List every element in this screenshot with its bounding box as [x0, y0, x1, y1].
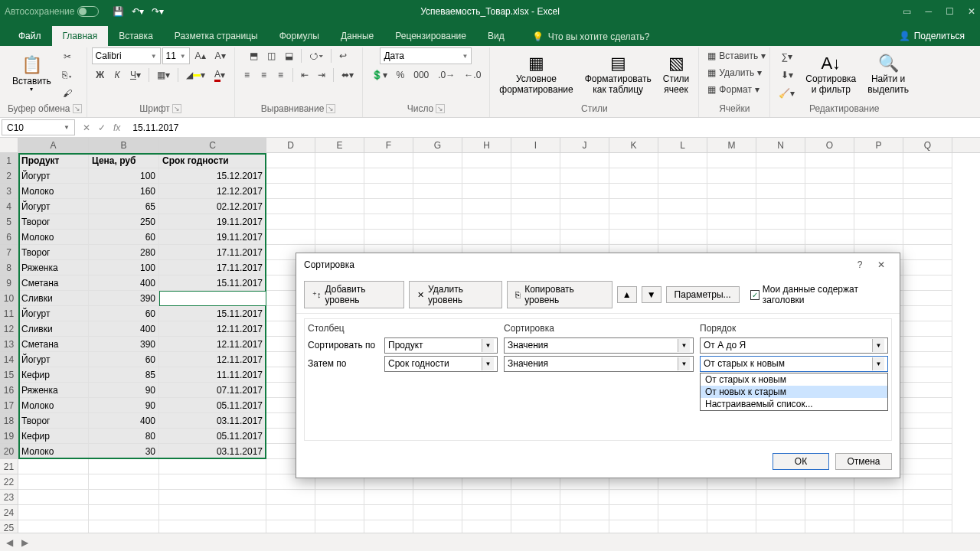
decrease-decimal-button[interactable]: ←.0 — [460, 67, 485, 83]
cell-E5[interactable] — [315, 214, 364, 230]
cell-N1[interactable] — [756, 153, 805, 168]
column-header-O[interactable]: O — [805, 138, 854, 152]
cell-P1[interactable] — [854, 153, 903, 168]
currency-button[interactable]: 💲▾ — [368, 67, 391, 83]
cell-H23[interactable] — [462, 490, 511, 505]
column-header-G[interactable]: G — [413, 138, 462, 152]
font-dialog-launcher[interactable]: ↘ — [172, 104, 181, 113]
cell-F1[interactable] — [364, 153, 413, 168]
cell-P6[interactable] — [854, 230, 903, 245]
cell-I2[interactable] — [511, 168, 560, 184]
cell-J6[interactable] — [560, 230, 609, 245]
cell-B18[interactable]: 400 — [89, 413, 159, 429]
row-header-12[interactable]: 12 — [0, 321, 18, 337]
row-header-7[interactable]: 7 — [0, 245, 18, 260]
cell-E24[interactable] — [315, 505, 364, 520]
cell-C18[interactable]: 03.11.2017 — [159, 413, 266, 429]
cell-E23[interactable] — [315, 490, 364, 505]
cell-C17[interactable]: 05.11.2017 — [159, 398, 266, 413]
cell-C7[interactable]: 17.11.2017 — [159, 245, 266, 260]
row-header-11[interactable]: 11 — [0, 306, 18, 321]
increase-indent-button[interactable]: ⇥ — [314, 67, 329, 83]
sheet-nav[interactable]: ◀ ▶ — [6, 537, 31, 548]
cell-Q11[interactable] — [903, 306, 952, 321]
cell-A24[interactable] — [18, 505, 89, 520]
number-dialog-launcher[interactable]: ↘ — [436, 104, 445, 113]
cancel-button[interactable]: Отмена — [835, 453, 892, 470]
cell-G5[interactable] — [413, 214, 462, 230]
cell-J3[interactable] — [560, 184, 609, 199]
column-header-F[interactable]: F — [364, 138, 413, 152]
format-cells-button[interactable]: ▦ Формат ▾ — [704, 81, 765, 98]
cell-H4[interactable] — [462, 199, 511, 214]
cell-C12[interactable]: 12.11.2017 — [159, 321, 266, 337]
cell-H24[interactable] — [462, 505, 511, 520]
fill-button[interactable]: ⬇▾ — [775, 67, 799, 83]
row-header-17[interactable]: 17 — [0, 398, 18, 413]
autosum-button[interactable]: ∑▾ — [775, 48, 799, 65]
cell-P23[interactable] — [854, 490, 903, 505]
column-header-N[interactable]: N — [756, 138, 805, 152]
cell-A7[interactable]: Творог — [18, 245, 89, 260]
cell-Q7[interactable] — [903, 245, 952, 260]
column-header-D[interactable]: D — [266, 138, 315, 152]
cell-C6[interactable]: 19.11.2017 — [159, 230, 266, 245]
cut-button[interactable]: ✂ — [58, 48, 77, 65]
cell-A8[interactable]: Ряженка — [18, 260, 89, 276]
cell-M2[interactable] — [707, 168, 756, 184]
cell-C10[interactable]: 15.11.2017 — [159, 291, 266, 306]
cell-B13[interactable]: 390 — [89, 337, 159, 352]
copy-button[interactable]: ⎘▾ — [58, 67, 77, 83]
tab-formulas[interactable]: Формулы — [269, 26, 330, 46]
cell-B15[interactable]: 85 — [89, 367, 159, 383]
name-box[interactable]: C10▼ — [2, 119, 75, 135]
decrease-font-button[interactable]: A▾ — [211, 47, 230, 64]
cell-F3[interactable] — [364, 184, 413, 199]
cell-Q20[interactable] — [903, 444, 952, 459]
font-size-combo[interactable]: 11▼ — [162, 47, 190, 64]
share-button[interactable]: 👤 Поделиться — [891, 26, 972, 46]
clear-button[interactable]: 🧹▾ — [775, 85, 799, 102]
comma-button[interactable]: 000 — [410, 67, 433, 83]
cell-P24[interactable] — [854, 505, 903, 520]
tell-me[interactable]: 💡 Что вы хотите сделать? — [526, 28, 656, 46]
column-header-P[interactable]: P — [854, 138, 903, 152]
cell-I3[interactable] — [511, 184, 560, 199]
cell-K24[interactable] — [609, 505, 658, 520]
column-header-A[interactable]: A — [18, 138, 89, 152]
cell-I4[interactable] — [511, 199, 560, 214]
cell-K2[interactable] — [609, 168, 658, 184]
cell-L24[interactable] — [658, 505, 707, 520]
cell-A15[interactable]: Кефир — [18, 367, 89, 383]
cell-B9[interactable]: 400 — [89, 276, 159, 291]
column-header-I[interactable]: I — [511, 138, 560, 152]
cell-G1[interactable] — [413, 153, 462, 168]
undo-icon[interactable]: ↶▾ — [132, 6, 144, 17]
cell-M6[interactable] — [707, 230, 756, 245]
ok-button[interactable]: ОК — [773, 453, 829, 470]
cell-Q14[interactable] — [903, 352, 952, 367]
sort-filter-button[interactable]: A↓Сортировка и фильтр — [801, 52, 861, 97]
cell-F6[interactable] — [364, 230, 413, 245]
cell-E4[interactable] — [315, 199, 364, 214]
cell-A22[interactable] — [18, 474, 89, 490]
row-header-21[interactable]: 21 — [0, 459, 18, 474]
cell-P2[interactable] — [854, 168, 903, 184]
tab-view[interactable]: Вид — [477, 26, 515, 46]
merge-center-button[interactable]: ⬌▾ — [338, 67, 358, 83]
thenby-order-combo[interactable]: От старых к новым▼ — [700, 356, 888, 372]
cell-C20[interactable]: 03.11.2017 — [159, 444, 266, 459]
cell-A21[interactable] — [18, 459, 89, 474]
row-header-16[interactable]: 16 — [0, 383, 18, 398]
clipboard-dialog-launcher[interactable]: ↘ — [73, 104, 82, 113]
increase-font-button[interactable]: A▴ — [191, 47, 210, 64]
cell-A19[interactable]: Кефир — [18, 429, 89, 444]
fill-color-button[interactable]: ◢▾ — [182, 67, 209, 83]
cell-F5[interactable] — [364, 214, 413, 230]
row-header-19[interactable]: 19 — [0, 429, 18, 444]
sortby-sorton-combo[interactable]: Значения▼ — [504, 337, 694, 354]
number-format-combo[interactable]: Дата▼ — [380, 47, 472, 64]
cell-A4[interactable]: Йогурт — [18, 199, 89, 214]
cell-A3[interactable]: Молоко — [18, 184, 89, 199]
cell-L5[interactable] — [658, 214, 707, 230]
